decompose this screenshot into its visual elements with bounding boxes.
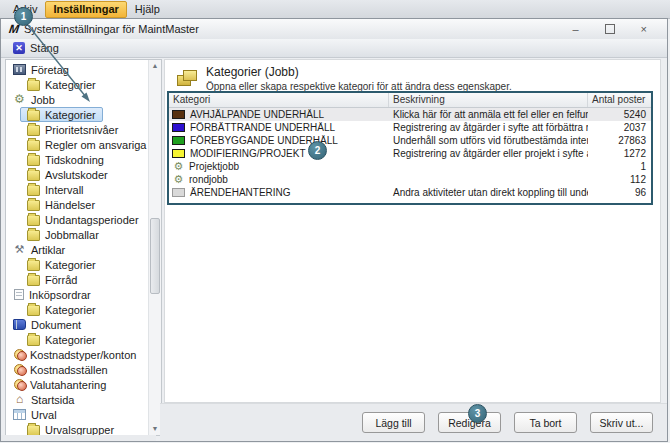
category-description: Klicka här för att anmäla ett fel eller … <box>389 108 588 121</box>
table-row-ärendehantering[interactable]: ÄRENDEHANTERINGAndra aktiviteter utan di… <box>169 186 651 199</box>
close-button[interactable]: × <box>641 24 647 35</box>
tree-item-kategorier[interactable]: Kategorier <box>20 332 103 347</box>
window-title: Systeminställningar för MaintMaster <box>24 23 199 35</box>
lägg-till-button[interactable]: Lägg till <box>362 412 425 433</box>
tree-item-label: Kategorier <box>45 79 96 91</box>
category-description: Underhåll som utförs vid förutbestämda i… <box>389 134 588 147</box>
tree-item-label: Inköpsordrar <box>29 289 91 301</box>
column-header-beskrivning[interactable]: Beskrivning <box>389 93 588 107</box>
category-name: MODIFIERING/PROJEKT <box>190 148 306 159</box>
tree-item-startsida[interactable]: Startsida <box>6 392 81 407</box>
tree-item-kategorier[interactable]: Kategorier <box>20 302 103 317</box>
tree-item-label: Kategorier <box>45 334 96 346</box>
tree-item-kategorier[interactable]: Kategorier <box>20 77 103 92</box>
tree-item-undantagsperioder[interactable]: Undantagsperioder <box>20 212 146 227</box>
callout-3: 3 <box>468 404 487 423</box>
callout-1: 1 <box>14 7 33 26</box>
table-row-förbättrande-underhåll[interactable]: FÖRBÄTTRANDE UNDERHÅLLRegistrering av åt… <box>169 121 651 134</box>
book-icon <box>13 319 26 330</box>
tree-item-händelser[interactable]: Händelser <box>20 197 102 212</box>
tree-item-avslutskoder[interactable]: Avslutskoder <box>20 167 115 182</box>
tree-item-regler-om-ansvariga[interactable]: Regler om ansvariga <box>20 137 154 152</box>
folder-icon <box>27 125 40 136</box>
main-panel: Kategorier (Jobb) Öppna eller skapa resp… <box>164 59 661 403</box>
category-count: 1 <box>588 161 651 172</box>
scroll-up-arrow-icon[interactable]: ▲ <box>149 60 161 72</box>
ta-bort-button[interactable]: Ta bort <box>514 412 577 433</box>
tree-item-label: Regler om ansvariga <box>45 139 147 151</box>
tree-item-kategorier[interactable]: Kategorier <box>20 257 103 272</box>
tree-item-företag[interactable]: Företag <box>6 62 76 77</box>
column-header-kategori[interactable]: Kategori <box>169 93 389 107</box>
category-name: AVHJÄLPANDE UNDERHÅLL <box>190 109 324 120</box>
category-color-chip <box>172 136 185 145</box>
minimize-button[interactable]: – <box>572 24 578 35</box>
tree-scrollbar[interactable]: ▲ ▼ <box>148 60 161 435</box>
tree-item-label: Prioritetsnivåer <box>45 124 118 136</box>
menu-item-hjälp[interactable]: Hjälp <box>127 1 168 18</box>
tree-item-förråd[interactable]: Förråd <box>20 272 84 287</box>
folder-icon <box>27 275 40 286</box>
tree-item-jobbmallar[interactable]: Jobbmallar <box>20 227 106 242</box>
table-row-modifiering-projekt[interactable]: MODIFIERING/PROJEKTRegistrering av åtgär… <box>169 147 651 160</box>
tree-item-label: Kategorier <box>45 259 96 271</box>
tree-item-prioritetsnivåer[interactable]: Prioritetsnivåer <box>20 122 125 137</box>
table-row-rondjobb[interactable]: rondjobb112 <box>169 173 651 186</box>
table-header: KategoriBeskrivningAntal poster <box>169 93 651 108</box>
folder-icon <box>27 80 40 91</box>
tree-item-label: Artiklar <box>31 244 65 256</box>
menu-bar: ArkivInställningarHjälp <box>0 0 670 19</box>
scrollbar-thumb[interactable] <box>150 218 160 294</box>
category-name: ÄRENDEHANTERING <box>190 187 291 198</box>
close-dialog-button[interactable]: ✕ Stäng <box>7 41 65 55</box>
tree-item-inköpsordrar[interactable]: Inköpsordrar <box>6 287 98 302</box>
folder-icon <box>27 230 40 241</box>
folder-icon <box>27 185 40 196</box>
tree-item-label: Jobb <box>31 94 55 106</box>
category-description: Registrering av åtgärder i syfte att för… <box>389 121 588 134</box>
tree-item-intervall[interactable]: Intervall <box>20 182 91 197</box>
window-controls: – × <box>572 24 659 35</box>
tree-item-urval[interactable]: Urval <box>6 407 64 422</box>
tree-item-kategorier[interactable]: Kategorier <box>20 107 103 122</box>
category-count: 5240 <box>588 109 651 120</box>
gear-icon <box>172 161 185 172</box>
callout-2: 2 <box>308 141 327 160</box>
page-title: Kategorier (Jobb) <box>206 65 512 79</box>
tree-item-tidskodning[interactable]: Tidskodning <box>20 152 111 167</box>
folder-icon <box>27 335 40 346</box>
building-icon <box>13 64 26 75</box>
table-row-projektjobb[interactable]: Projektjobb1 <box>169 160 651 173</box>
category-name: rondjobb <box>189 174 228 185</box>
tree-item-label: Kategorier <box>45 109 96 121</box>
money-icon <box>14 349 25 360</box>
close-dialog-label: Stäng <box>30 42 59 54</box>
column-header-antal-poster[interactable]: Antal poster <box>588 93 651 107</box>
tree-item-label: Företag <box>31 64 69 76</box>
tree-item-kostnadstyper-konton[interactable]: Kostnadstyper/konton <box>6 347 143 362</box>
folder-icon <box>27 110 40 121</box>
folder-icon <box>27 305 40 316</box>
tree-item-label: Händelser <box>45 199 95 211</box>
tree-item-kostnadsställen[interactable]: Kostnadsställen <box>6 362 115 377</box>
doc-icon <box>14 289 24 300</box>
gear-icon <box>172 174 185 185</box>
table-row-avhjälpande-underhåll[interactable]: AVHJÄLPANDE UNDERHÅLLKlicka här för att … <box>169 108 651 121</box>
tree-item-artiklar[interactable]: Artiklar <box>6 242 72 257</box>
tree-item-label: Tidskodning <box>45 154 104 166</box>
tree-item-jobb[interactable]: Jobb <box>6 92 62 107</box>
category-color-chip <box>172 188 185 197</box>
tree-item-urvalsgrupper[interactable]: Urvalsgrupper <box>20 422 121 436</box>
system-settings-window: M Systeminställningar för MaintMaster – … <box>0 18 668 442</box>
menu-item-inställningar[interactable]: Inställningar <box>45 1 126 18</box>
title-bar[interactable]: M Systeminställningar för MaintMaster – … <box>1 19 667 39</box>
maximize-button[interactable] <box>605 24 615 34</box>
skriv-ut-button[interactable]: Skriv ut... <box>590 412 653 433</box>
tree-item-valutahantering[interactable]: Valutahantering <box>6 377 113 392</box>
tree-item-label: Avslutskoder <box>45 169 108 181</box>
table-row-förebyggande-underhåll[interactable]: FÖREBYGGANDE UNDERHÅLLUnderhåll som utfö… <box>169 134 651 147</box>
dialog-toolbar: ✕ Stäng <box>1 39 667 58</box>
tree-item-dokument[interactable]: Dokument <box>6 317 88 332</box>
tree-item-label: Urval <box>31 409 57 421</box>
tree-item-label: Jobbmallar <box>45 229 99 241</box>
